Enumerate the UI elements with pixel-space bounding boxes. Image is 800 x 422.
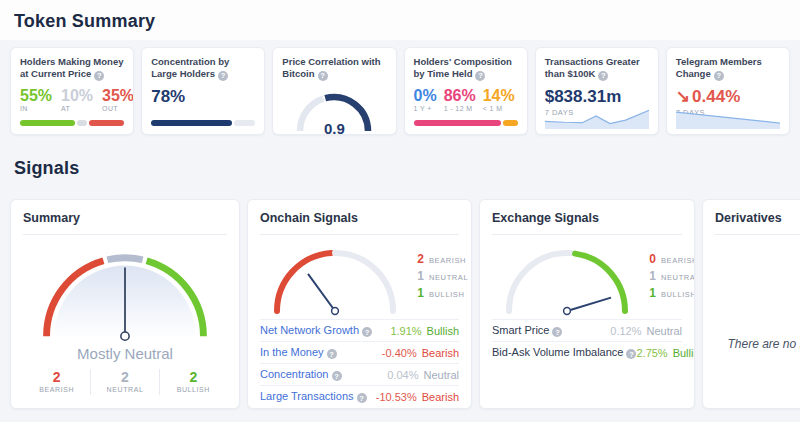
signals-heading: Signals bbox=[14, 158, 800, 179]
help-icon[interactable]: ? bbox=[327, 349, 337, 359]
token-summary-heading: Token Summary bbox=[14, 11, 786, 32]
card-signals-summary: Summary Mostly Neutral 2 BEARISH bbox=[10, 199, 240, 409]
bearish-arc bbox=[277, 253, 331, 311]
signal-link[interactable]: In the Money? bbox=[260, 346, 337, 360]
derivatives-empty-message: There are no Derivatives Signals bbox=[715, 337, 800, 351]
in-at-out-bar bbox=[20, 120, 124, 126]
signal-status: Bearish bbox=[422, 347, 459, 359]
signals-cards: Summary Mostly Neutral 2 BEARISH bbox=[10, 199, 800, 409]
bar-segment-filled bbox=[151, 120, 232, 126]
signal-value: -0.40% bbox=[382, 347, 417, 359]
card-title: Price Correlation with Bitcoin bbox=[282, 56, 380, 79]
bar-segment-1-12m bbox=[414, 120, 502, 126]
page-header: Token Summary bbox=[0, 0, 800, 40]
stat-label: IN bbox=[20, 105, 52, 112]
signal-value: 0.12% bbox=[610, 325, 641, 337]
rest-arc bbox=[509, 253, 571, 311]
signal-status: Neutral bbox=[424, 369, 459, 381]
help-icon[interactable]: ? bbox=[318, 71, 328, 81]
signal-status: Bullish bbox=[427, 325, 459, 337]
transactions-sparkline bbox=[545, 107, 649, 129]
summary-counts: 2 BEARISH 2 NEUTRAL 2 BULLISH bbox=[23, 369, 227, 395]
help-icon[interactable]: ? bbox=[94, 71, 104, 81]
stat-under-1m: 14% < 1 M bbox=[483, 87, 515, 112]
down-right-arrow-icon: ↘ bbox=[676, 87, 690, 106]
card-derivatives: Derivatives There are no Derivatives Sig… bbox=[702, 199, 800, 409]
gauge-needle bbox=[308, 274, 335, 311]
stat-label: AT bbox=[61, 105, 93, 112]
needle-pivot bbox=[121, 332, 129, 340]
token-summary-page: Token Summary Holders Making Money at Cu… bbox=[0, 0, 800, 422]
summary-gauge bbox=[25, 243, 225, 343]
help-icon[interactable]: ? bbox=[552, 327, 562, 337]
signal-label: Bid-Ask Volume Imbalance? bbox=[492, 346, 636, 360]
stat-label: 1 Y + bbox=[414, 105, 437, 112]
signal-row-large-transactions: Large Transactions? -10.53%Bearish bbox=[260, 385, 459, 407]
stat-value: 0% bbox=[414, 87, 437, 104]
signal-value: 0.04% bbox=[387, 369, 418, 381]
signal-value: -10.53% bbox=[376, 391, 417, 403]
signal-value: 2.75% bbox=[636, 347, 667, 359]
signal-link[interactable]: Concentration? bbox=[260, 368, 342, 382]
stat-1y-plus: 0% 1 Y + bbox=[414, 87, 437, 112]
exchange-legend: 0BEARISH 1NEUTRAL 1BULLISH bbox=[646, 249, 695, 303]
signal-status: Neutral bbox=[647, 325, 682, 337]
exchange-title: Exchange Signals bbox=[492, 211, 682, 235]
signal-link[interactable]: Net Network Growth? bbox=[260, 324, 372, 338]
bar-segment-out bbox=[89, 120, 124, 126]
card-holders-making-money: Holders Making Money at Current Price? 5… bbox=[10, 47, 134, 135]
help-icon[interactable]: ? bbox=[332, 371, 342, 381]
neutral-arc bbox=[107, 258, 142, 260]
needle-pivot bbox=[332, 308, 339, 315]
stat-value: 86% bbox=[444, 87, 476, 104]
onchain-rows: Net Network Growth? 1.91%Bullish In the … bbox=[260, 319, 459, 407]
transactions-value: $838.31m bbox=[545, 87, 649, 106]
stat-label: 1 - 12 M bbox=[444, 105, 476, 112]
token-summary-cards: Holders Making Money at Current Price? 5… bbox=[10, 47, 790, 135]
signal-link[interactable]: Large Transactions? bbox=[260, 390, 367, 404]
bar-segment-under-1m bbox=[503, 120, 517, 126]
stat-1-12m: 86% 1 - 12 M bbox=[444, 87, 476, 112]
help-icon[interactable]: ? bbox=[598, 71, 608, 81]
help-icon[interactable]: ? bbox=[626, 349, 636, 359]
bullish-arc bbox=[575, 254, 625, 311]
onchain-legend: 2BEARISH 1NEUTRAL 1BULLISH bbox=[414, 249, 468, 303]
concentration-value: 78% bbox=[151, 87, 255, 106]
stat-value: 10% bbox=[61, 87, 93, 104]
signal-row-in-the-money: In the Money? -0.40%Bearish bbox=[260, 341, 459, 363]
card-title: Holders' Composition by Time Held bbox=[414, 56, 512, 79]
help-icon[interactable]: ? bbox=[218, 71, 228, 81]
stat-out: 35% OUT bbox=[102, 87, 134, 112]
card-title: Holders Making Money at Current Price bbox=[20, 56, 123, 79]
stat-in: 55% IN bbox=[20, 87, 52, 112]
bar-segment-in bbox=[20, 120, 75, 126]
card-concentration: Concentration by Large Holders? 78% bbox=[141, 47, 265, 135]
stat-value: 35% bbox=[102, 87, 134, 104]
summary-title: Summary bbox=[23, 211, 227, 235]
onchain-gauge bbox=[260, 239, 410, 317]
signal-status: Bearish bbox=[422, 391, 459, 403]
summary-status-label: Mostly Neutral bbox=[23, 345, 227, 362]
telegram-change-value: 0.44% bbox=[692, 87, 740, 106]
help-icon[interactable]: ? bbox=[475, 71, 485, 81]
help-icon[interactable]: ? bbox=[357, 393, 367, 403]
exchange-rows: Smart Price? 0.12%Neutral Bid-Ask Volume… bbox=[492, 319, 682, 363]
exchange-gauge bbox=[492, 239, 642, 317]
signal-status: Bullish bbox=[673, 347, 695, 359]
signal-row-net-network-growth: Net Network Growth? 1.91%Bullish bbox=[260, 319, 459, 341]
gauge-needle bbox=[567, 298, 611, 311]
card-onchain-signals: Onchain Signals 2BEARISH 1NEUTRAL 1BULLI… bbox=[247, 199, 472, 409]
signal-row-concentration: Concentration? 0.04%Neutral bbox=[260, 363, 459, 385]
rest-arc bbox=[335, 253, 393, 311]
help-icon[interactable]: ? bbox=[362, 327, 372, 337]
signal-row-bid-ask-volume-imbalance: Bid-Ask Volume Imbalance? 2.75%Bullish bbox=[492, 341, 682, 363]
card-title: Transactions Greater than $100K bbox=[545, 56, 640, 79]
needle-pivot bbox=[564, 308, 571, 315]
card-large-transactions: Transactions Greater than $100K? $838.31… bbox=[535, 47, 659, 135]
correlation-value: 0.9 bbox=[292, 120, 376, 135]
card-telegram-members: Telegram Members Change? ↘0.44% 7 DAYS bbox=[666, 47, 790, 135]
signal-label: Smart Price? bbox=[492, 324, 562, 338]
help-icon[interactable]: ? bbox=[714, 71, 724, 81]
stat-label: OUT bbox=[102, 105, 134, 112]
composition-bar bbox=[414, 120, 518, 126]
